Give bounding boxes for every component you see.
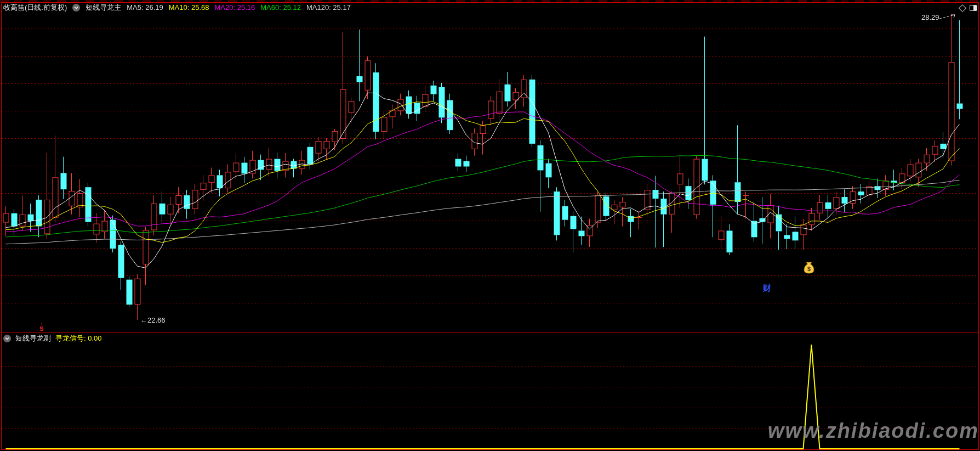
corner-icons	[960, 5, 977, 11]
ma120-value-label: MA120: 25.17	[306, 3, 351, 12]
s-marker-letter: S	[38, 326, 45, 332]
main-indicator-label: 短线寻龙主	[86, 3, 121, 12]
cai-marker: 财	[763, 283, 771, 294]
ma60-value-label: MA60: 25.12	[260, 3, 301, 12]
s-marker: ↑ S	[38, 322, 45, 332]
watermark: www.zhibiaodi.com	[768, 419, 979, 443]
symbol-title: 牧高笛(日线.前复权)	[3, 3, 67, 12]
split-layout-icon[interactable]	[970, 5, 977, 11]
svg-text:$: $	[807, 266, 811, 272]
sub-indicator-label: 短线寻龙副	[15, 334, 51, 343]
chevron-down-icon[interactable]	[3, 335, 11, 342]
money-bag-icon: $	[804, 262, 814, 276]
chart-canvas[interactable]	[0, 0, 980, 451]
sub-indicator-header: 短线寻龙副 寻龙信号: 0.00	[3, 334, 102, 343]
low-price-label: ←22.66	[140, 316, 166, 324]
ma20-value-label: MA20: 25.16	[215, 3, 255, 12]
signal-value-label: 寻龙信号: 0.00	[55, 334, 102, 343]
high-price-label: 28.29	[921, 13, 939, 21]
ma10-value-label: MA10: 25.68	[169, 3, 209, 12]
ma5-value-label: MA5: 26.19	[127, 3, 163, 12]
chevron-down-icon[interactable]	[72, 4, 80, 12]
app-window: 牧高笛(日线.前复权) 短线寻龙主 MA5: 26.19 MA10: 25.68…	[0, 0, 980, 451]
chart-header: 牧高笛(日线.前复权) 短线寻龙主 MA5: 26.19 MA10: 25.68…	[3, 3, 351, 12]
diamond-icon[interactable]	[959, 4, 966, 12]
